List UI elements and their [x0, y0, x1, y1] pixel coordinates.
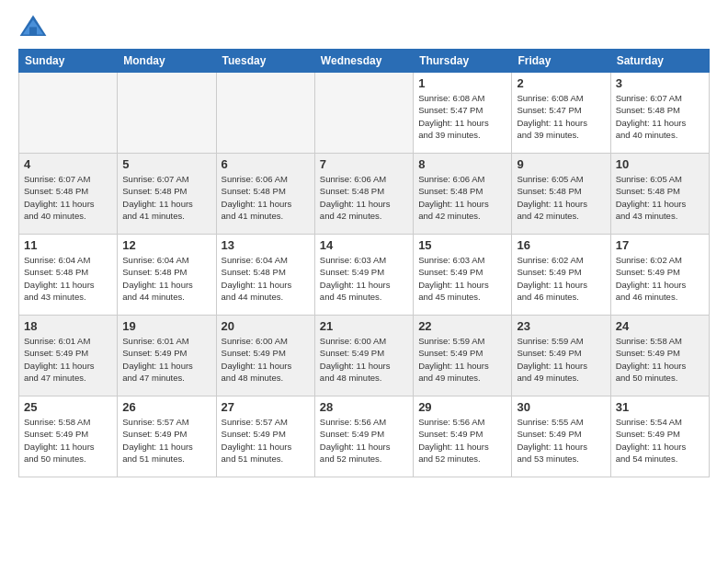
calendar-week-row: 25Sunrise: 5:58 AM Sunset: 5:49 PM Dayli…	[19, 396, 710, 477]
day-number: 15	[418, 238, 506, 252]
day-info: Sunrise: 5:56 AM Sunset: 5:49 PM Dayligh…	[320, 416, 408, 465]
day-number: 18	[24, 319, 112, 333]
header-saturday: Saturday	[610, 50, 709, 73]
day-info: Sunrise: 6:07 AM Sunset: 5:48 PM Dayligh…	[24, 173, 112, 222]
day-info: Sunrise: 6:06 AM Sunset: 5:48 PM Dayligh…	[222, 173, 310, 222]
day-number: 16	[517, 238, 605, 252]
day-info: Sunrise: 6:02 AM Sunset: 5:49 PM Dayligh…	[517, 254, 605, 303]
day-info: Sunrise: 6:01 AM Sunset: 5:49 PM Dayligh…	[24, 335, 112, 384]
calendar-cell: 30Sunrise: 5:55 AM Sunset: 5:49 PM Dayli…	[512, 396, 610, 477]
day-info: Sunrise: 5:57 AM Sunset: 5:49 PM Dayligh…	[222, 416, 310, 465]
day-number: 22	[418, 319, 506, 333]
day-info: Sunrise: 6:00 AM Sunset: 5:49 PM Dayligh…	[222, 335, 310, 384]
calendar-cell	[216, 73, 314, 154]
day-info: Sunrise: 6:05 AM Sunset: 5:48 PM Dayligh…	[517, 173, 605, 222]
calendar-week-row: 1Sunrise: 6:08 AM Sunset: 5:47 PM Daylig…	[19, 73, 710, 154]
calendar-cell: 16Sunrise: 6:02 AM Sunset: 5:49 PM Dayli…	[512, 235, 610, 316]
day-number: 1	[418, 76, 506, 90]
header-friday: Friday	[512, 50, 610, 73]
day-number: 6	[222, 157, 310, 171]
day-number: 11	[24, 238, 112, 252]
calendar-cell: 21Sunrise: 6:00 AM Sunset: 5:49 PM Dayli…	[314, 316, 413, 396]
calendar-cell: 11Sunrise: 6:04 AM Sunset: 5:48 PM Dayli…	[19, 235, 118, 316]
calendar-table: SundayMondayTuesdayWednesdayThursdayFrid…	[18, 49, 710, 477]
day-number: 3	[616, 76, 704, 90]
calendar-cell	[19, 73, 118, 154]
header-monday: Monday	[118, 50, 216, 73]
calendar-cell	[118, 73, 216, 154]
day-number: 29	[418, 400, 506, 414]
day-info: Sunrise: 5:54 AM Sunset: 5:49 PM Dayligh…	[616, 416, 704, 465]
svg-rect-2	[29, 27, 37, 36]
calendar-cell: 14Sunrise: 6:03 AM Sunset: 5:49 PM Dayli…	[314, 235, 413, 316]
calendar-cell: 2Sunrise: 6:08 AM Sunset: 5:47 PM Daylig…	[512, 73, 610, 154]
day-number: 19	[122, 319, 210, 333]
day-number: 7	[320, 157, 408, 171]
day-number: 30	[517, 400, 605, 414]
day-number: 8	[418, 157, 506, 171]
day-info: Sunrise: 6:05 AM Sunset: 5:48 PM Dayligh…	[616, 173, 704, 222]
page: SundayMondayTuesdayWednesdayThursdayFrid…	[0, 0, 728, 563]
calendar-cell: 26Sunrise: 5:57 AM Sunset: 5:49 PM Dayli…	[118, 396, 216, 477]
day-number: 2	[517, 76, 605, 90]
day-number: 10	[616, 157, 704, 171]
day-info: Sunrise: 5:58 AM Sunset: 5:49 PM Dayligh…	[616, 335, 704, 384]
day-info: Sunrise: 5:55 AM Sunset: 5:49 PM Dayligh…	[517, 416, 605, 465]
day-info: Sunrise: 5:56 AM Sunset: 5:49 PM Dayligh…	[418, 416, 506, 465]
day-info: Sunrise: 5:59 AM Sunset: 5:49 PM Dayligh…	[418, 335, 506, 384]
logo-icon	[18, 14, 48, 40]
day-number: 21	[320, 319, 408, 333]
calendar-week-row: 18Sunrise: 6:01 AM Sunset: 5:49 PM Dayli…	[19, 316, 710, 396]
day-info: Sunrise: 6:01 AM Sunset: 5:49 PM Dayligh…	[122, 335, 210, 384]
calendar-cell: 18Sunrise: 6:01 AM Sunset: 5:49 PM Dayli…	[19, 316, 118, 396]
calendar-cell: 10Sunrise: 6:05 AM Sunset: 5:48 PM Dayli…	[610, 154, 709, 235]
header	[18, 14, 710, 40]
calendar-cell: 28Sunrise: 5:56 AM Sunset: 5:49 PM Dayli…	[314, 396, 413, 477]
day-number: 31	[616, 400, 704, 414]
day-info: Sunrise: 5:58 AM Sunset: 5:49 PM Dayligh…	[24, 416, 112, 465]
calendar-cell: 5Sunrise: 6:07 AM Sunset: 5:48 PM Daylig…	[118, 154, 216, 235]
calendar-cell: 19Sunrise: 6:01 AM Sunset: 5:49 PM Dayli…	[118, 316, 216, 396]
calendar-cell: 17Sunrise: 6:02 AM Sunset: 5:49 PM Dayli…	[610, 235, 709, 316]
day-number: 14	[320, 238, 408, 252]
day-info: Sunrise: 6:08 AM Sunset: 5:47 PM Dayligh…	[517, 92, 605, 141]
calendar-cell: 12Sunrise: 6:04 AM Sunset: 5:48 PM Dayli…	[118, 235, 216, 316]
calendar-cell: 1Sunrise: 6:08 AM Sunset: 5:47 PM Daylig…	[414, 73, 512, 154]
day-number: 4	[24, 157, 112, 171]
day-info: Sunrise: 6:07 AM Sunset: 5:48 PM Dayligh…	[122, 173, 210, 222]
calendar-cell: 20Sunrise: 6:00 AM Sunset: 5:49 PM Dayli…	[216, 316, 314, 396]
calendar-cell: 13Sunrise: 6:04 AM Sunset: 5:48 PM Dayli…	[216, 235, 314, 316]
calendar-cell: 6Sunrise: 6:06 AM Sunset: 5:48 PM Daylig…	[216, 154, 314, 235]
header-thursday: Thursday	[414, 50, 512, 73]
day-info: Sunrise: 6:00 AM Sunset: 5:49 PM Dayligh…	[320, 335, 408, 384]
calendar-week-row: 11Sunrise: 6:04 AM Sunset: 5:48 PM Dayli…	[19, 235, 710, 316]
header-wednesday: Wednesday	[314, 50, 413, 73]
calendar-header-row: SundayMondayTuesdayWednesdayThursdayFrid…	[19, 50, 710, 73]
day-number: 20	[222, 319, 310, 333]
calendar-cell: 7Sunrise: 6:06 AM Sunset: 5:48 PM Daylig…	[314, 154, 413, 235]
calendar-cell: 8Sunrise: 6:06 AM Sunset: 5:48 PM Daylig…	[414, 154, 512, 235]
day-number: 27	[222, 400, 310, 414]
logo	[18, 14, 53, 40]
header-tuesday: Tuesday	[216, 50, 314, 73]
day-info: Sunrise: 6:03 AM Sunset: 5:49 PM Dayligh…	[418, 254, 506, 303]
calendar-week-row: 4Sunrise: 6:07 AM Sunset: 5:48 PM Daylig…	[19, 154, 710, 235]
day-number: 26	[122, 400, 210, 414]
day-info: Sunrise: 6:06 AM Sunset: 5:48 PM Dayligh…	[418, 173, 506, 222]
day-number: 25	[24, 400, 112, 414]
day-number: 13	[222, 238, 310, 252]
day-number: 12	[122, 238, 210, 252]
calendar-cell: 22Sunrise: 5:59 AM Sunset: 5:49 PM Dayli…	[414, 316, 512, 396]
calendar-cell: 4Sunrise: 6:07 AM Sunset: 5:48 PM Daylig…	[19, 154, 118, 235]
day-number: 9	[517, 157, 605, 171]
day-number: 17	[616, 238, 704, 252]
calendar-cell: 25Sunrise: 5:58 AM Sunset: 5:49 PM Dayli…	[19, 396, 118, 477]
day-info: Sunrise: 5:59 AM Sunset: 5:49 PM Dayligh…	[517, 335, 605, 384]
day-info: Sunrise: 6:08 AM Sunset: 5:47 PM Dayligh…	[418, 92, 506, 141]
day-info: Sunrise: 6:04 AM Sunset: 5:48 PM Dayligh…	[122, 254, 210, 303]
calendar-cell: 31Sunrise: 5:54 AM Sunset: 5:49 PM Dayli…	[610, 396, 709, 477]
day-number: 23	[517, 319, 605, 333]
calendar-cell: 23Sunrise: 5:59 AM Sunset: 5:49 PM Dayli…	[512, 316, 610, 396]
calendar-cell: 15Sunrise: 6:03 AM Sunset: 5:49 PM Dayli…	[414, 235, 512, 316]
day-info: Sunrise: 6:06 AM Sunset: 5:48 PM Dayligh…	[320, 173, 408, 222]
